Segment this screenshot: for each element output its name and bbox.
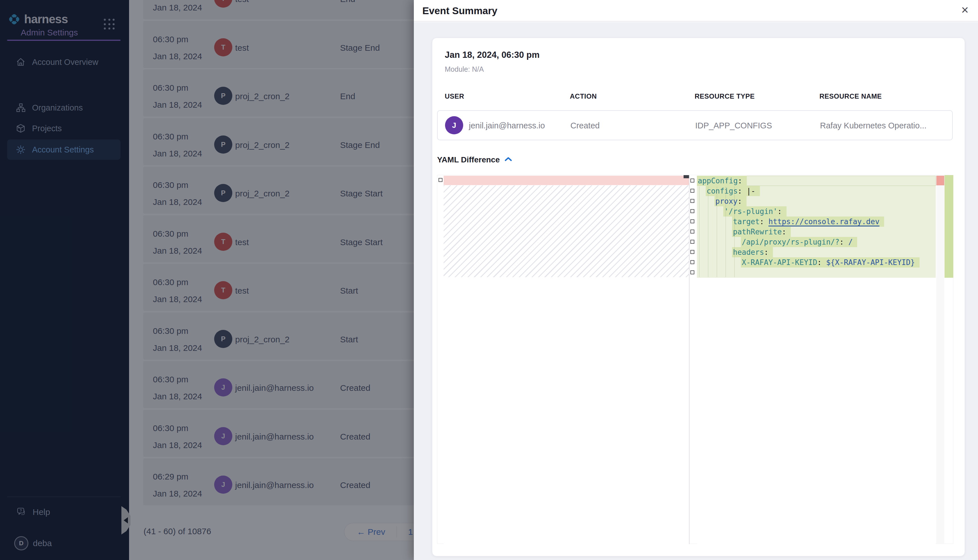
event-user: jenil.jain@harness.io [469, 121, 545, 130]
event-resource-name: Rafay Kubernetes Operatio... [820, 121, 927, 130]
diff-marker-left[interactable] [438, 178, 443, 182]
yaml-line: proxy: [697, 196, 936, 206]
yaml-token: configs [707, 187, 738, 195]
event-summary-drawer: Event Summary × Jan 18, 2024, 06:30 pm M… [414, 0, 978, 560]
yaml-line: appConfig: [697, 176, 936, 186]
column-header-user: USER [445, 92, 464, 100]
diff-marker-right[interactable] [690, 178, 694, 183]
diff-marker-right[interactable] [690, 270, 694, 274]
drawer-body: Jan 18, 2024, 06:30 pm Module: N/A USER … [414, 22, 978, 560]
indent-guide [734, 187, 735, 277]
yaml-line: /api/proxy/rs-plugin/?: / [697, 237, 936, 247]
yaml-line: pathRewrite: [697, 227, 936, 237]
drawer-title: Event Summary [422, 5, 498, 17]
event-resource-type: IDP_APP_CONFIGS [695, 121, 772, 130]
yaml-token: : [782, 228, 786, 236]
empty-hatch-area [444, 185, 689, 277]
diff-scrollbar-track[interactable] [936, 175, 944, 544]
yaml-difference-label: YAML Difference [437, 155, 500, 164]
diff-marker-right[interactable] [690, 240, 694, 244]
yaml-line: X-RAFAY-API-KEYID: ${X-RAFAY-API-KEYID} [697, 257, 936, 268]
avatar: J [445, 116, 463, 134]
diff-marker-right[interactable] [690, 199, 694, 203]
yaml-token: : [764, 248, 769, 257]
yaml-token: : |- [738, 187, 756, 195]
yaml-token: : [760, 217, 768, 226]
event-row[interactable]: J jenil.jain@harness.io Created IDP_APP_… [437, 110, 953, 140]
diff-marker-right[interactable] [690, 250, 694, 254]
yaml-token: pathRewrite [733, 228, 782, 236]
yaml-token: : [738, 177, 742, 185]
column-header-resource-type: RESOURCE TYPE [695, 92, 755, 100]
diff-marker-right[interactable] [690, 219, 694, 223]
diff-marker-right[interactable] [690, 209, 694, 213]
diff-marker-right[interactable] [690, 230, 694, 233]
event-action: Created [570, 121, 600, 130]
yaml-token: : [737, 197, 742, 205]
removed-overview-marker [936, 176, 944, 185]
chevron-up-icon[interactable] [504, 157, 512, 163]
close-icon[interactable]: × [961, 3, 969, 17]
yaml-line: headers: [697, 247, 936, 257]
yaml-token: : [839, 238, 848, 246]
yaml-line [697, 268, 936, 278]
column-header-resource-name: RESOURCE NAME [819, 92, 882, 100]
yaml-token: ${X-RAFAY-API-KEYID} [826, 258, 915, 267]
yaml-token: / [848, 238, 853, 246]
yaml-token: '/rs-plugin' [724, 207, 777, 216]
deleted-line [444, 176, 689, 185]
yaml-token: : [777, 207, 782, 216]
yaml-token: : [817, 258, 826, 267]
diff-pane-old [444, 175, 689, 544]
yaml-line: target: https://console.rafay.dev [697, 217, 936, 227]
drawer-header: Event Summary × [414, 0, 978, 22]
yaml-line: configs: |- [697, 186, 936, 196]
diff-splitter-handle[interactable] [684, 175, 689, 178]
yaml-token: appConfig [698, 177, 738, 185]
column-header-action: ACTION [570, 92, 597, 100]
event-module: Module: N/A [445, 65, 484, 73]
added-overview-strip [945, 175, 953, 278]
yaml-diff-view: appConfig:configs: |-proxy:'/rs-plugin':… [437, 175, 953, 544]
yaml-token: /api/proxy/rs-plugin/? [742, 238, 839, 246]
yaml-token: target [733, 217, 760, 226]
event-datetime: Jan 18, 2024, 06:30 pm [445, 50, 540, 60]
indent-guide [726, 187, 726, 277]
event-card: Jan 18, 2024, 06:30 pm Module: N/A USER … [432, 38, 965, 556]
yaml-line: '/rs-plugin': [697, 206, 936, 217]
indent-guide [708, 187, 708, 277]
diff-marker-right[interactable] [690, 189, 694, 193]
diff-pane-new: appConfig:configs: |-proxy:'/rs-plugin':… [697, 175, 936, 544]
yaml-token: headers [733, 248, 764, 257]
diff-marker-right[interactable] [690, 260, 694, 264]
indent-guide [717, 187, 717, 277]
yaml-link[interactable]: https://console.rafay.dev [768, 217, 879, 226]
yaml-difference-section: YAML Difference [437, 155, 512, 164]
app-root: harness Admin Settings Account Overview … [0, 0, 978, 560]
yaml-token: X-RAFAY-API-KEYID [742, 258, 817, 267]
diff-divider [689, 175, 690, 544]
